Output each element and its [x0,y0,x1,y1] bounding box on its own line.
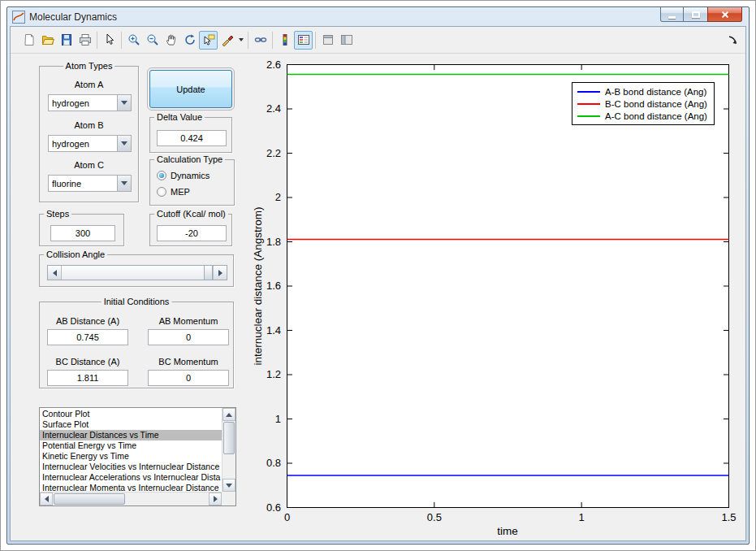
chevron-down-icon[interactable] [117,176,131,191]
scroll-left-button[interactable] [40,492,53,505]
insert-colorbar-button[interactable] [275,31,294,50]
atom-b-select[interactable]: hydrogen [48,135,132,152]
bc-momentum-label: BC Momentum [148,357,229,367]
bc-distance-field[interactable]: 1.811 [47,370,128,386]
new-figure-button[interactable] [19,31,38,50]
update-button[interactable]: Update [149,70,232,108]
plot-type-listbox[interactable]: Contour PlotSurface PlotInternuclear Dis… [39,407,236,506]
scroll-right-button[interactable] [209,492,222,505]
atom-c-value: fluorine [49,176,117,191]
triangle-left-icon [53,270,57,276]
brush-dropdown-button[interactable] [236,31,245,50]
toolbar-separator [315,32,316,49]
plot-area[interactable]: internuclear distance (Angstrom) time A-… [287,64,729,508]
dynamics-radio-label: Dynamics [171,171,210,180]
list-item[interactable]: Potential Energy vs Time [40,440,222,451]
atom-a-select[interactable]: hydrogen [48,94,132,111]
delta-value-field[interactable]: 0.424 [157,130,227,146]
print-figure-button[interactable] [76,31,94,50]
list-item[interactable]: Kinetic Energy vs Time [40,451,222,462]
slider-thumb[interactable] [204,266,213,280]
x-tick-label: 1 [579,512,585,523]
link-plot-icon [254,33,267,46]
list-item[interactable]: Surface Plot [40,419,222,430]
rotate-3d-button[interactable] [180,31,199,50]
pointer-arrow-icon [103,33,116,46]
legend-entry: B-C bond distance (Ang) [577,98,707,110]
show-plot-tools-button[interactable] [337,31,356,50]
list-item[interactable]: Contour Plot [40,409,222,419]
maximize-icon [692,11,700,18]
maximize-button[interactable] [684,7,707,22]
zoom-in-button[interactable] [124,31,143,50]
chevron-down-icon[interactable] [117,136,131,151]
dock-figure-icon [728,35,738,46]
minimize-icon [668,16,676,19]
pan-button[interactable] [162,31,180,50]
y-tick-label: 1.6 [266,280,281,292]
edit-plot-button[interactable] [100,31,119,50]
horizontal-scrollbar[interactable] [40,492,222,505]
mep-radio[interactable]: MEP [157,187,190,197]
close-button[interactable] [707,7,742,22]
plot-type-list: Contour PlotSurface PlotInternuclear Dis… [40,409,222,492]
zoom-out-button[interactable] [143,31,162,50]
cutoff-field[interactable]: -20 [157,225,227,241]
dock-figure-button[interactable] [725,33,740,47]
y-tick-label: 0.8 [266,458,281,469]
atom-a-label: Atom A [40,80,138,90]
x-tick-label: 0.5 [427,512,442,523]
data-cursor-button[interactable] [199,31,218,50]
insert-legend-button[interactable] [294,31,313,50]
hand-pan-icon [165,33,178,46]
toolbar-separator [97,32,97,49]
ab-momentum-label: AB Momentum [148,316,229,327]
slider-right-arrow[interactable] [213,266,227,280]
print-icon [79,33,92,46]
brush-data-button[interactable] [218,31,236,50]
scroll-up-button[interactable] [222,408,235,421]
bc-momentum-field[interactable]: 0 [148,370,229,386]
colorbar-icon [279,33,292,46]
atom-b-label: Atom B [40,120,138,131]
atom-c-select[interactable]: fluorine [48,175,132,192]
horizontal-scroll-thumb[interactable] [54,493,125,505]
mep-radio-label: MEP [171,187,190,197]
ab-distance-field[interactable]: 0.745 [47,329,128,345]
y-tick-label: 2.4 [266,103,281,115]
y-tick-label: 1.2 [266,369,281,380]
hide-plot-tools-icon [322,33,335,46]
list-item[interactable]: Internuclear Accelerations vs Internucle… [40,472,222,483]
legend-label: A-C bond distance (Ang) [605,111,707,121]
steps-field[interactable]: 300 [50,225,115,241]
triangle-right-icon [214,496,218,502]
dynamics-radio[interactable]: Dynamics [157,171,210,180]
scroll-down-button[interactable] [222,479,235,492]
save-figure-button[interactable] [57,31,76,50]
vertical-scrollbar[interactable] [222,408,235,492]
list-item[interactable]: Internuclear Momenta vs Internuclear Dis… [40,483,222,492]
titlebar[interactable]: Molecular Dynamics [10,7,746,26]
open-file-icon [41,33,54,46]
hide-plot-tools-button[interactable] [318,31,337,50]
close-icon [720,10,730,20]
plot-legend[interactable]: A-B bond distance (Ang)B-C bond distance… [572,82,715,125]
collision-angle-slider[interactable] [47,265,227,280]
figure-canvas: Atom Types Atom A hydrogen Atom B hydrog… [10,26,746,541]
open-file-button[interactable] [38,31,57,50]
chevron-down-icon[interactable] [117,95,131,111]
vertical-scroll-thumb[interactable] [223,422,235,454]
plot-axes[interactable] [287,64,729,508]
list-item[interactable]: Internuclear Velocities vs Internuclear … [40,462,222,472]
list-item[interactable]: Internuclear Distances vs Time [40,430,222,440]
link-plot-button[interactable] [251,31,270,50]
legend-label: B-C bond distance (Ang) [605,99,707,109]
collision-angle-title: Collision Angle [44,249,107,260]
y-tick-label: 2.2 [266,148,281,159]
minimize-button[interactable] [660,7,684,22]
ab-momentum-field[interactable]: 0 [148,329,229,345]
window-title: Molecular Dynamics [29,11,117,23]
x-tick-label: 0 [284,512,290,523]
toolbar-separator [248,32,248,49]
slider-left-arrow[interactable] [48,266,62,280]
